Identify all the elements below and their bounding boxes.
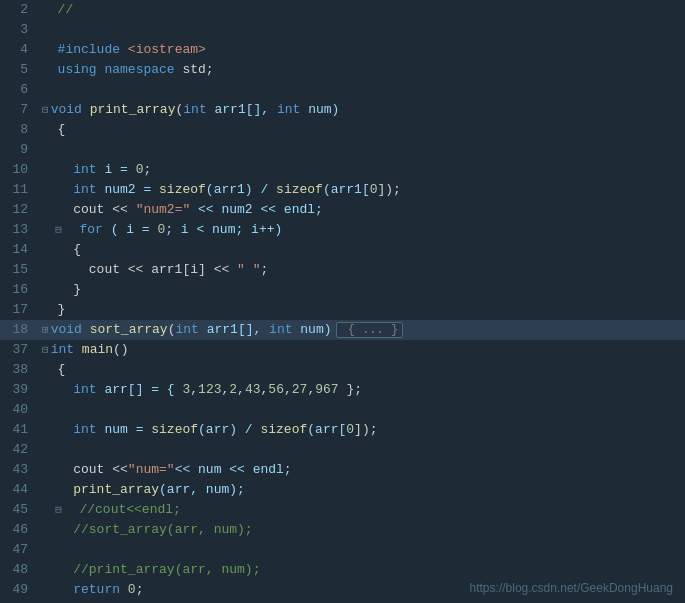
code-text — [120, 582, 128, 597]
variable: num2 = — [97, 182, 159, 197]
code-text — [42, 382, 73, 397]
code-text: ]); — [354, 422, 377, 437]
variable: num) — [293, 322, 332, 337]
code-line: 13 ⊟ for ( i = 0; i < num; i++) — [0, 220, 685, 240]
line-number: 42 — [0, 440, 38, 460]
line-number: 49 — [0, 580, 38, 600]
number-literal: 0 — [346, 422, 354, 437]
function-name: sizeof — [276, 182, 323, 197]
fold-icon: ⊟ — [42, 344, 49, 356]
number-literal: 967 — [315, 382, 338, 397]
line-text: ⊟ for ( i = 0; i < num; i++) — [38, 220, 685, 240]
code-text — [64, 222, 80, 237]
keyword: int — [183, 102, 206, 117]
code-line: 40 — [0, 400, 685, 420]
variable: << num << endl; — [175, 462, 292, 477]
variable: (arr, num); — [159, 482, 245, 497]
number-literal: 56 — [268, 382, 284, 397]
code-text: ; — [143, 162, 151, 177]
code-text — [82, 322, 90, 337]
code-line: 16 } — [0, 280, 685, 300]
code-area: 2 //3 4 #include <iostream>5 using names… — [0, 0, 685, 603]
line-number: 11 — [0, 180, 38, 200]
line-text: #include <iostream> — [38, 40, 685, 60]
line-text: } — [38, 280, 685, 300]
code-line: 11 int num2 = sizeof(arr1) / sizeof(arr1… — [0, 180, 685, 200]
code-line: 6 — [0, 80, 685, 100]
line-text — [38, 440, 685, 460]
code-text: ; — [260, 262, 268, 277]
fold-icon: ⊞ — [42, 324, 49, 336]
line-text: using namespace std; — [38, 60, 685, 80]
line-text — [38, 540, 685, 560]
line-number: 47 — [0, 540, 38, 560]
keyword: int — [269, 322, 292, 337]
comment: //sort_array(arr, num); — [73, 522, 252, 537]
line-text: //sort_array(arr, num); — [38, 520, 685, 540]
keyword: using — [58, 62, 97, 77]
code-line: 15 cout << arr1[i] << " "; — [0, 260, 685, 280]
code-text — [74, 342, 82, 357]
line-number: 10 — [0, 160, 38, 180]
line-text: ⊞void sort_array(int arr1[], int num) { … — [38, 320, 685, 340]
function-name: print_array — [73, 482, 159, 497]
code-text: { — [42, 122, 65, 137]
line-text — [38, 400, 685, 420]
line-text: int num = sizeof(arr) / sizeof(arr[0]); — [38, 420, 685, 440]
code-line: 42 — [0, 440, 685, 460]
function-name: sort_array — [90, 322, 168, 337]
string-literal: "num2=" — [136, 202, 191, 217]
code-text: cout << — [42, 462, 128, 477]
line-text: int arr[] = { 3,123,2,43,56,27,967 }; — [38, 380, 685, 400]
comment: //print_array(arr, num); — [73, 562, 260, 577]
variable: arr1[], — [207, 102, 277, 117]
keyword: void — [51, 322, 82, 337]
variable: ; i < num; i++) — [165, 222, 282, 237]
code-text — [42, 182, 73, 197]
keyword: int — [73, 422, 96, 437]
line-number: 2 — [0, 0, 38, 20]
code-text — [42, 522, 73, 537]
line-text: // — [38, 0, 685, 20]
line-text: } — [38, 300, 685, 320]
line-number: 7 — [0, 100, 38, 120]
code-line: 14 { — [0, 240, 685, 260]
code-text — [42, 582, 73, 597]
code-text: } — [42, 302, 65, 317]
code-line: 18⊞void sort_array(int arr1[], int num) … — [0, 320, 685, 340]
code-line: 48 //print_array(arr, num); — [0, 560, 685, 580]
code-text — [82, 102, 90, 117]
fold-icon: ⊟ — [42, 104, 49, 116]
code-text: () — [113, 342, 129, 357]
line-number: 12 — [0, 200, 38, 220]
line-number: 3 — [0, 20, 38, 40]
line-text: ⊟void print_array(int arr1[], int num) — [38, 100, 685, 120]
line-text: int i = 0; — [38, 160, 685, 180]
code-text — [42, 2, 58, 17]
variable: i = — [97, 162, 136, 177]
line-text: cout << "num2=" << num2 << endl; — [38, 200, 685, 220]
line-number: 37 — [0, 340, 38, 360]
line-number: 44 — [0, 480, 38, 500]
line-number: 43 — [0, 460, 38, 480]
keyword: return — [73, 582, 120, 597]
code-text: std; — [175, 62, 214, 77]
number-literal: 0 — [128, 582, 136, 597]
collapsed-block: { ... } — [336, 322, 404, 338]
line-text: cout << arr1[i] << " "; — [38, 260, 685, 280]
line-text: cout <<"num="<< num << endl; — [38, 460, 685, 480]
code-line: 8 { — [0, 120, 685, 140]
line-text: { — [38, 240, 685, 260]
variable: arr[] = { — [97, 382, 183, 397]
line-number: 41 — [0, 420, 38, 440]
line-text: int num2 = sizeof(arr1) / sizeof(arr1[0]… — [38, 180, 685, 200]
code-text — [42, 562, 73, 577]
keyword: #include — [42, 42, 128, 57]
keyword: int — [175, 322, 198, 337]
function-name: print_array — [90, 102, 176, 117]
variable: (arr1) / — [206, 182, 276, 197]
line-number: 17 — [0, 300, 38, 320]
line-number: 18 — [0, 320, 38, 340]
line-number: 6 — [0, 80, 38, 100]
code-text: ; — [136, 582, 144, 597]
